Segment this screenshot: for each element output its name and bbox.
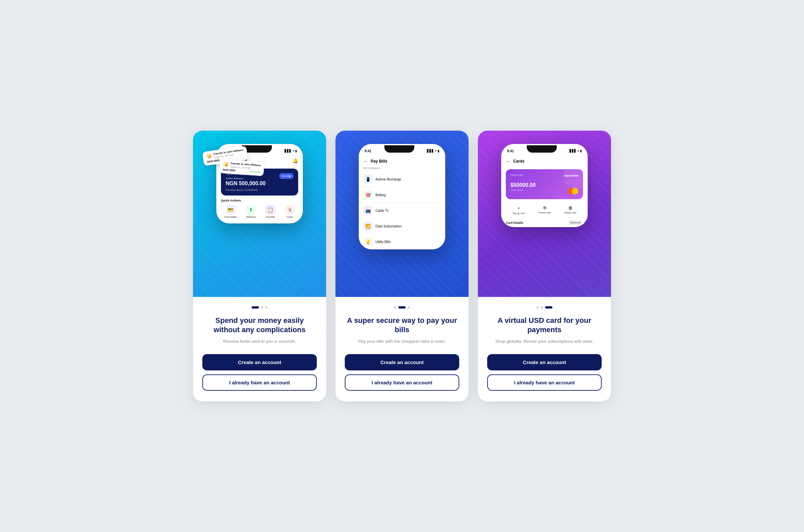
card-brand: squareme [564, 174, 578, 177]
screen-3-title: A virtual USD card for your payments [487, 316, 602, 334]
qa-fund-wallet[interactable]: 💳 Fund Wallet [224, 205, 237, 218]
notch-3 [527, 145, 557, 153]
wifi-icon-3: ▿ [578, 149, 579, 153]
card-actions: ＋ Top-up card ❄ Freeze card 🗑 Delete car… [501, 202, 588, 218]
bottom-content-1: Spend your money easily without any comp… [193, 297, 326, 401]
show-all-button[interactable]: Show all [568, 220, 583, 225]
notif-amount-1: NGN 5000 [207, 159, 220, 164]
betting-label: Betting [376, 193, 386, 197]
data-icon: 📶 [363, 222, 373, 231]
dots-row-1 [252, 306, 268, 308]
dot-2-active [398, 306, 406, 308]
cable-chevron: › [440, 209, 441, 212]
airtime-label: Airtime Recharge [376, 177, 401, 181]
topup-card-action[interactable]: ＋ Top-up card [512, 205, 525, 214]
screen-2: 9:41 ▋▋▋ ▿ ▮ ← Pay Bills Bill Categories [335, 131, 469, 401]
data-chevron: › [440, 225, 441, 228]
phone-area-1: 🔔 Transfer to John Williams August 01, 0… [193, 131, 326, 297]
already-have-account-button-1[interactable]: I already have an account [202, 374, 317, 391]
dot-1-3 [265, 306, 268, 308]
bill-item-betting[interactable]: 🎯 Betting › [359, 187, 445, 203]
already-have-account-button-2[interactable]: I already have an account [345, 374, 459, 391]
freeze-icon: ❄ [543, 205, 547, 210]
status-time-3: 9:41 [507, 149, 514, 153]
signal-icon-2: ▋▋▋ [427, 149, 434, 153]
data-label: Data Subscription [376, 225, 402, 228]
create-account-button-2[interactable]: Create an account [345, 354, 459, 370]
create-account-button-1[interactable]: Create an account [202, 354, 317, 370]
back-arrow-icon[interactable]: ← [363, 158, 368, 164]
wallet-balance: NGN 500,000.00 [226, 180, 293, 187]
qa-withdraw-label: Withdraw [246, 216, 256, 218]
bottom-content-3: A virtual USD card for your payments Sho… [478, 297, 611, 401]
qa-withdraw[interactable]: ⬆ Withdraw [246, 205, 256, 218]
screen-1: 🔔 Transfer to John Williams August 01, 0… [193, 131, 326, 401]
qa-cards[interactable]: 🃏 Cards [285, 205, 295, 218]
bill-item-utility[interactable]: 💡 Utility Bills › [359, 234, 445, 249]
bill-item-left-data: 📶 Data Subscription [363, 222, 402, 231]
wifi-icon-2: ▿ [435, 149, 437, 153]
airtime-icon: 📱 [363, 174, 373, 184]
status-icons-1: ▋▋▋ ▿ ▮ [285, 149, 297, 153]
cards-icon: 🃏 [285, 205, 295, 215]
inner-phone-3: 9:41 ▋▋▋ ▿ ▮ ← Cards Virtual Card square… [501, 144, 588, 227]
bill-item-airtime[interactable]: 📱 Airtime Recharge › [359, 172, 445, 187]
notif-amount-2: NGN 5000 [223, 168, 235, 172]
bill-item-left-betting: 🎯 Betting [363, 190, 386, 200]
qa-fund-label: Fund Wallet [224, 216, 237, 218]
already-have-account-button-3[interactable]: I already have an account [487, 374, 602, 391]
dots-row-2 [394, 306, 410, 308]
fund-wallet-icon: 💳 [226, 205, 236, 215]
back-arrow-icon-3[interactable]: ← [506, 158, 511, 164]
wifi-icon: ▿ [293, 149, 294, 153]
bill-item-cable[interactable]: 📺 Cable Tv › [359, 203, 445, 218]
battery-icon-3: ▮ [580, 149, 582, 153]
screen-1-title: Spend your money easily without any comp… [202, 316, 317, 334]
bill-item-left-cable: 📺 Cable Tv [363, 206, 389, 215]
quick-actions: 💳 Fund Wallet ⬆ Withdraw 📋 Pay Bills [221, 205, 298, 218]
create-account-button-3[interactable]: Create an account [487, 354, 602, 370]
betting-icon: 🎯 [363, 190, 373, 200]
signal-icon-3: ▋▋▋ [569, 149, 577, 153]
pay-bills-header: ← Pay Bills [359, 156, 445, 167]
bill-categories-label: Bill Categories [359, 167, 445, 172]
signal-icon: ▋▋▋ [285, 149, 292, 153]
status-bar-3: 9:41 ▋▋▋ ▿ ▮ [501, 144, 588, 156]
airtime-chevron: › [440, 177, 441, 181]
card-details-row: Card Details Show all [501, 218, 588, 227]
pay-bills-title: Pay Bills [371, 159, 387, 164]
utility-icon: 💡 [363, 237, 373, 246]
battery-icon-2: ▮ [438, 149, 439, 153]
cable-label: Cable Tv [376, 209, 389, 212]
bill-item-data[interactable]: 📶 Data Subscription › [359, 218, 445, 234]
virtual-card: Virtual Card squareme $50000.00 Card Gra… [506, 169, 583, 199]
bottom-content-2: A super secure way to pay your bills Pay… [335, 297, 469, 401]
screen-2-subtitle: Pay your bills with the cheapest rates i… [358, 338, 445, 345]
status-icons-3: ▋▋▋ ▿ ▮ [569, 149, 582, 153]
mastercard-icon [568, 188, 578, 194]
card-details-label: Card Details [506, 221, 524, 225]
screen-1-subtitle: Receive funds sent to you in seconds. [223, 338, 296, 345]
freeze-label: Freeze card [538, 211, 551, 214]
cards-header: ← Cards [501, 156, 588, 167]
screen-2-title: A super secure way to pay your bills [345, 316, 459, 334]
notch-2 [384, 145, 414, 153]
delete-card-action[interactable]: 🗑 Delete card [564, 205, 577, 214]
utility-chevron: › [440, 240, 441, 244]
qa-pay-bills[interactable]: 📋 Pay Bills [266, 205, 276, 218]
withdraw-icon: ⬆ [246, 205, 256, 215]
bill-items-list: 📱 Airtime Recharge › 🎯 Betting › [359, 172, 445, 249]
wallet-bank: Providus Bank/ 123456979 [226, 189, 293, 191]
delete-label: Delete card [564, 211, 577, 214]
qa-paybills-label: Pay Bills [266, 216, 275, 218]
dot-1-active [252, 306, 259, 308]
freeze-card-action[interactable]: ❄ Freeze card [538, 205, 551, 214]
status-bar-2: 9:41 ▋▋▋ ▿ ▮ [359, 144, 445, 156]
dot-3-active [545, 306, 552, 308]
send-button[interactable]: Send ▶ [279, 173, 293, 179]
dots-row-3 [536, 306, 552, 308]
card-amount: $50000.00 [511, 182, 578, 188]
status-time-2: 9:41 [365, 149, 371, 153]
cards-title: Cards [513, 159, 525, 164]
dot-2-3 [408, 306, 410, 308]
